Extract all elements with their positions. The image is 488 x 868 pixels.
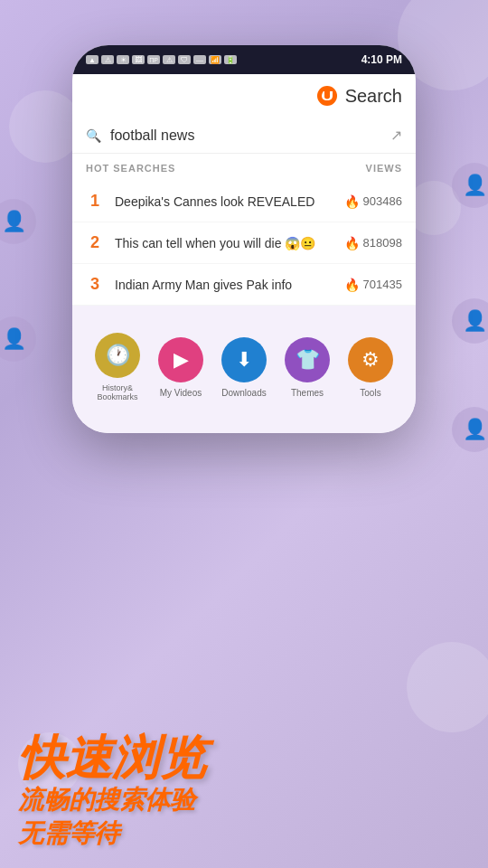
shield-icon: 🛡 [178,55,191,64]
title-2: This can tell when you will die 😱😐 [115,236,333,250]
download-icon: ⬇ [236,348,252,372]
chinese-sub-text-2: 无需等待 [18,817,206,850]
phone-mockup: ▲ ⚠ ☀ 🖼 ΠP ⚠ 🛡 — 📶 🔋 4:10 PM Se [72,45,416,433]
themes-icon: 👕 [296,348,320,372]
search-label: Search [345,86,402,107]
quick-item-downloads[interactable]: ⬇ Downloads [221,337,267,398]
wifi-icon: 📶 [209,55,221,64]
fire-icon-3: 🔥 [344,278,360,292]
history-label: History&Bookmarks [97,383,137,401]
minus-icon: — [193,55,206,64]
warning-icon: ⚠ [101,55,114,64]
rank-3: 3 [86,275,104,294]
tools-label: Tools [360,388,380,398]
history-icon: 🕐 [106,344,130,367]
hot-search-item-2[interactable]: 2 This can tell when you will die 😱😐 🔥 8… [72,222,416,264]
signal-icon: ▲ [86,55,99,64]
status-time: 4:10 PM [361,53,402,66]
battery-icon: 🔋 [224,55,237,64]
play-icon: ▶ [174,348,189,372]
hot-searches-panel: HOT SEARCHES VIEWS 1 Deepika's Cannes lo… [72,154,416,306]
deco-avatar-right-3: 👤 [452,407,488,452]
themes-label: Themes [291,388,324,398]
downloads-icon-circle: ⬇ [221,337,267,382]
view-count-3: 701435 [363,278,402,291]
svg-point-0 [317,86,337,106]
view-count-2: 818098 [363,236,402,250]
views-2: 🔥 818098 [344,236,402,250]
search-header: Search [72,74,416,118]
quick-item-themes[interactable]: 👕 Themes [285,337,330,398]
deco-avatar-left-2: 👤 [0,316,36,362]
uc-logo-icon [316,85,338,107]
search-input-value[interactable]: football news [110,127,381,144]
hot-search-item-3[interactable]: 3 Indian Army Man gives Pak info 🔥 70143… [72,264,416,306]
videos-icon-circle: ▶ [158,337,203,382]
history-icon-circle: 🕐 [95,333,140,378]
hot-searches-label: HOT SEARCHES [86,163,175,174]
views-3: 🔥 701435 [344,278,402,292]
tools-icon: ⚙ [361,348,380,372]
phone-bottom-area: 🕐 History&Bookmarks ▶ My Videos ⬇ [72,306,416,433]
hot-searches-header: HOT SEARCHES VIEWS [72,154,416,181]
chinese-main-text: 快速浏览 [18,732,206,784]
chinese-text-overlay: 快速浏览 流畅的搜索体验 无需等待 [18,732,206,850]
title-3: Indian Army Man gives Pak info [115,278,333,292]
image-icon: 🖼 [132,55,145,64]
alert-icon: ⚠ [163,55,175,64]
views-label: VIEWS [366,163,402,174]
downloads-label: Downloads [221,388,266,398]
arrow-icon: ↗ [390,127,402,144]
tools-icon-circle: ⚙ [348,337,393,382]
themes-icon-circle: 👕 [285,337,330,382]
title-1: Deepika's Cannes look REVEALED [115,194,333,209]
fire-icon-1: 🔥 [344,194,360,209]
np-icon: ΠP [147,55,160,64]
view-count-1: 903486 [363,194,402,208]
fire-icon-2: 🔥 [344,236,360,250]
rank-2: 2 [86,233,104,252]
quick-access-bar: 🕐 History&Bookmarks ▶ My Videos ⬇ [86,324,402,410]
search-input-area[interactable]: 🔍 football news ↗ [72,118,416,154]
quick-item-tools[interactable]: ⚙ Tools [348,337,393,398]
quick-item-history[interactable]: 🕐 History&Bookmarks [95,333,140,401]
videos-label: My Videos [160,388,202,398]
status-bar: ▲ ⚠ ☀ 🖼 ΠP ⚠ 🛡 — 📶 🔋 4:10 PM [72,45,416,74]
chinese-sub-text-1: 流畅的搜索体验 [18,784,206,816]
phone-frame: ▲ ⚠ ☀ 🖼 ΠP ⚠ 🛡 — 📶 🔋 4:10 PM Se [72,45,416,433]
deco-avatar-left-1: 👤 [0,199,36,244]
deco-avatar-right-2: 👤 [452,298,488,344]
rank-1: 1 [86,192,104,211]
quick-item-videos[interactable]: ▶ My Videos [158,337,203,398]
search-button[interactable]: Search [316,85,402,107]
brightness-icon: ☀ [117,55,129,64]
status-icons-left: ▲ ⚠ ☀ 🖼 ΠP ⚠ 🛡 — 📶 🔋 [86,55,237,64]
hot-search-item-1[interactable]: 1 Deepika's Cannes look REVEALED 🔥 90348… [72,181,416,222]
search-magnifier-icon: 🔍 [86,128,101,143]
views-1: 🔥 903486 [344,194,402,209]
